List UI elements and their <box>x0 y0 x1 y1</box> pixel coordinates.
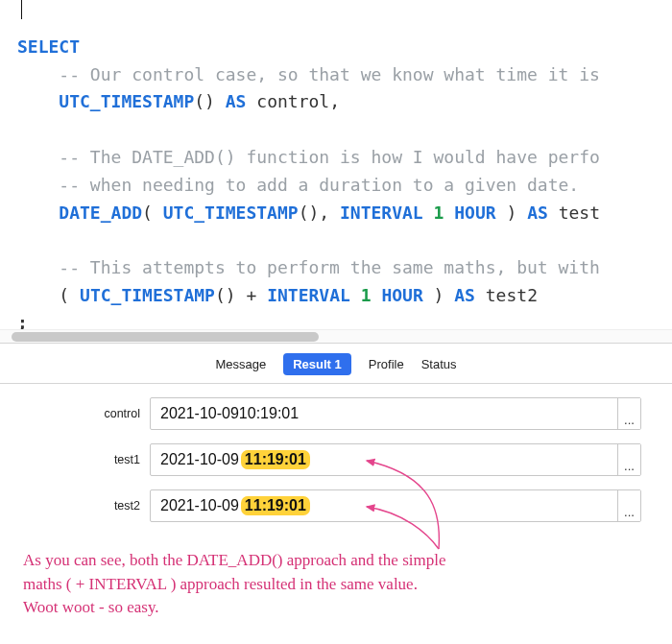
keyword-as-2: AS <box>527 203 548 223</box>
close-paren: ) <box>496 203 517 223</box>
scrollbar-thumb[interactable] <box>12 332 319 342</box>
fn-date-add: DATE_ADD <box>59 203 142 223</box>
literal-one-2: 1 <box>361 285 372 305</box>
results-panel: control 2021-10-09 10:19:01 ... test1 20… <box>0 384 672 543</box>
parens-2: () <box>215 285 236 305</box>
result-row-test1: test1 2021-10-09 11:19:01 ... <box>31 443 641 476</box>
parens: () <box>194 91 215 111</box>
row-value-test2: 2021-10-09 11:19:01 <box>151 490 617 521</box>
row-value-test1: 2021-10-09 11:19:01 <box>151 444 617 475</box>
keyword-hour: HOUR <box>454 203 495 223</box>
fn-utc-timestamp: UTC_TIMESTAMP <box>59 91 194 111</box>
tab-status[interactable]: Status <box>421 357 457 371</box>
lparen-2: ( <box>59 285 80 305</box>
rparen-2: ) <box>423 285 455 305</box>
keyword-interval-2: INTERVAL <box>267 285 350 305</box>
open-paren: ( <box>142 203 163 223</box>
row-value-control: 2021-10-09 10:19:01 <box>151 398 617 429</box>
comment-dateadd-1: -- The DATE_ADD() function is how I woul… <box>59 147 600 167</box>
literal-one: 1 <box>434 203 444 223</box>
result-row-control: control 2021-10-09 10:19:01 ... <box>31 397 641 430</box>
keyword-hour-2: HOUR <box>381 285 422 305</box>
row-time-test1-highlight: 11:19:01 <box>241 450 310 469</box>
annotation-line-3: Woot woot - so easy. <box>23 596 649 620</box>
tab-message[interactable]: Message <box>215 357 266 371</box>
row-date-test1: 2021-10-09 <box>160 451 239 468</box>
alias-test2: test2 <box>486 285 538 305</box>
results-tabs: Message Result 1 Profile Status <box>0 344 672 384</box>
row-more-test2[interactable]: ... <box>617 490 640 521</box>
row-field-test2[interactable]: 2021-10-09 11:19:01 ... <box>150 489 641 522</box>
alias-control: control, <box>256 91 340 111</box>
comment-dateadd-2: -- when needing to add a duration to a g… <box>59 175 579 195</box>
row-label-test2: test2 <box>31 499 150 513</box>
keyword-as-3: AS <box>454 285 475 305</box>
row-time-control: 10:19:01 <box>239 405 299 422</box>
row-label-control: control <box>31 407 150 420</box>
comment-control: -- Our control case, so that we know wha… <box>59 64 600 84</box>
text-cursor <box>21 0 22 19</box>
semicolon: ; <box>17 313 28 329</box>
keyword-as: AS <box>226 91 247 111</box>
row-more-test1[interactable]: ... <box>617 444 640 475</box>
tab-profile[interactable]: Profile <box>369 357 404 371</box>
alias-test1: test <box>559 203 600 223</box>
annotation-line-1: As you can see, both the DATE_ADD() appr… <box>23 549 649 573</box>
annotation-line-2: maths ( + INTERVAL ) approach resulted i… <box>23 573 649 597</box>
row-label-test1: test1 <box>31 453 150 466</box>
fn-utc-timestamp-3: UTC_TIMESTAMP <box>80 285 215 305</box>
row-date-test2: 2021-10-09 <box>160 497 239 514</box>
row-field-test1[interactable]: 2021-10-09 11:19:01 ... <box>150 443 641 476</box>
sql-editor[interactable]: SELECT -- Our control case, so that we k… <box>0 0 672 329</box>
result-row-test2: test2 2021-10-09 11:19:01 ... <box>31 489 641 522</box>
plus: + <box>236 285 268 305</box>
comment-test2: -- This attempts to perform the same mat… <box>59 257 600 277</box>
keyword-interval: INTERVAL <box>340 203 423 223</box>
row-field-control[interactable]: 2021-10-09 10:19:01 ... <box>150 397 641 430</box>
handwritten-annotation: As you can see, both the DATE_ADD() appr… <box>0 543 672 630</box>
fn-utc-timestamp-2: UTC_TIMESTAMP <box>163 203 299 223</box>
row-time-test2-highlight: 11:19:01 <box>241 496 310 515</box>
keyword-select: SELECT <box>17 36 80 57</box>
mid: (), <box>299 203 340 223</box>
row-date-control: 2021-10-09 <box>160 405 239 422</box>
horizontal-scrollbar[interactable] <box>0 329 672 343</box>
row-more-control[interactable]: ... <box>617 398 640 429</box>
tab-result-1[interactable]: Result 1 <box>283 353 351 375</box>
